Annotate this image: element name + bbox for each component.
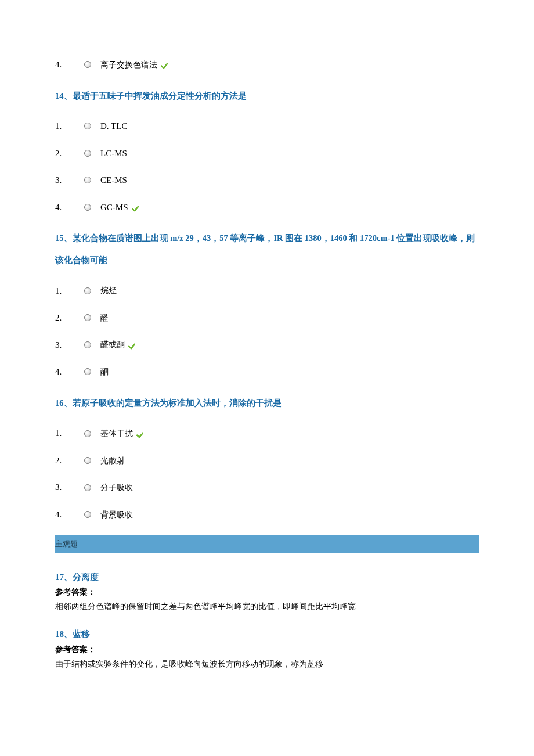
option-number: 4. <box>55 58 84 71</box>
option-text: 离子交换色谱法 <box>100 59 171 71</box>
option-row: 1. 基体干扰 <box>55 427 479 440</box>
check-icon <box>136 430 147 438</box>
option-number: 2. <box>55 454 84 467</box>
question-14: 14、最适于五味子中挥发油成分定性分析的方法是 1. D. TLC 2. LC-… <box>55 85 479 214</box>
question-title: 15、某化合物在质谱图上出现 m/z 29，43，57 等离子峰，IR 图在 1… <box>55 228 479 271</box>
question-16: 16、若原子吸收的定量方法为标准加入法时，消除的干扰是 1. 基体干扰 2. 光… <box>55 393 479 521</box>
option-row: 4. 离子交换色谱法 <box>55 58 479 71</box>
option-text: 光散射 <box>100 455 125 467</box>
radio-icon[interactable] <box>84 484 91 491</box>
option-number: 1. <box>55 120 84 133</box>
option-number: 4. <box>55 508 84 521</box>
radio-icon[interactable] <box>84 457 91 464</box>
check-icon <box>132 203 142 211</box>
radio-icon[interactable] <box>84 341 91 348</box>
option-row: 4. GC-MS <box>55 201 479 214</box>
question-15: 15、某化合物在质谱图上出现 m/z 29，43，57 等离子峰，IR 图在 1… <box>55 228 479 378</box>
option-row: 3. 分子吸收 <box>55 481 479 494</box>
answer-label: 参考答案： <box>55 643 479 656</box>
option-number: 4. <box>55 201 84 214</box>
question-title: 14、最适于五味子中挥发油成分定性分析的方法是 <box>55 85 479 107</box>
option-number: 2. <box>55 147 84 160</box>
option-text: LC-MS <box>100 147 127 160</box>
radio-icon[interactable] <box>84 287 91 294</box>
option-text: GC-MS <box>100 201 142 214</box>
radio-icon[interactable] <box>84 430 91 437</box>
option-text: 醛或酮 <box>100 339 139 351</box>
section-header-subjective: 主观题 <box>55 535 479 553</box>
option-number: 4. <box>55 365 84 379</box>
option-number: 3. <box>55 339 84 352</box>
option-row: 1. D. TLC <box>55 120 479 133</box>
option-row: 4. 酮 <box>55 365 479 379</box>
question-title: 17、分离度 <box>55 571 479 584</box>
check-icon <box>128 341 139 349</box>
option-text: 酮 <box>100 366 109 378</box>
radio-icon[interactable] <box>84 204 91 211</box>
option-text: 分子吸收 <box>100 481 133 494</box>
check-icon <box>161 60 171 69</box>
question-13-remainder: 4. 离子交换色谱法 <box>55 58 479 71</box>
question-17: 17、分离度 参考答案： 相邻两组分色谱峰的保留时间之差与两色谱峰平均峰宽的比值… <box>55 571 479 613</box>
question-18: 18、蓝移 参考答案： 由于结构或实验条件的变化，是吸收峰向短波长方向移动的现象… <box>55 628 479 670</box>
option-number: 1. <box>55 285 84 298</box>
radio-icon[interactable] <box>84 511 91 518</box>
option-text: 烷烃 <box>100 285 117 297</box>
radio-icon[interactable] <box>84 61 91 68</box>
option-row: 2. 醛 <box>55 311 479 325</box>
option-number: 1. <box>55 427 84 440</box>
radio-icon[interactable] <box>84 123 91 129</box>
answer-text: 相邻两组分色谱峰的保留时间之差与两色谱峰平均峰宽的比值，即峰间距比平均峰宽 <box>55 600 479 613</box>
option-row: 3. 醛或酮 <box>55 339 479 352</box>
option-row: 2. 光散射 <box>55 454 479 467</box>
option-row: 4. 背景吸收 <box>55 508 479 521</box>
radio-cell <box>84 61 100 68</box>
option-row: 1. 烷烃 <box>55 285 479 298</box>
radio-icon[interactable] <box>84 368 91 375</box>
option-number: 3. <box>55 481 84 494</box>
option-text: CE-MS <box>100 174 127 187</box>
option-text: 基体干扰 <box>100 427 147 440</box>
question-title: 16、若原子吸收的定量方法为标准加入法时，消除的干扰是 <box>55 393 479 415</box>
option-text: D. TLC <box>100 120 127 133</box>
answer-text: 由于结构或实验条件的变化，是吸收峰向短波长方向移动的现象，称为蓝移 <box>55 658 479 670</box>
option-row: 3. CE-MS <box>55 174 479 187</box>
answer-label: 参考答案： <box>55 586 479 598</box>
option-number: 2. <box>55 311 84 325</box>
radio-icon[interactable] <box>84 150 91 157</box>
option-text: 醛 <box>100 312 109 324</box>
option-number: 3. <box>55 174 84 187</box>
option-text: 背景吸收 <box>100 509 133 521</box>
question-title: 18、蓝移 <box>55 628 479 641</box>
radio-icon[interactable] <box>84 314 91 321</box>
option-row: 2. LC-MS <box>55 147 479 160</box>
radio-icon[interactable] <box>84 177 91 183</box>
